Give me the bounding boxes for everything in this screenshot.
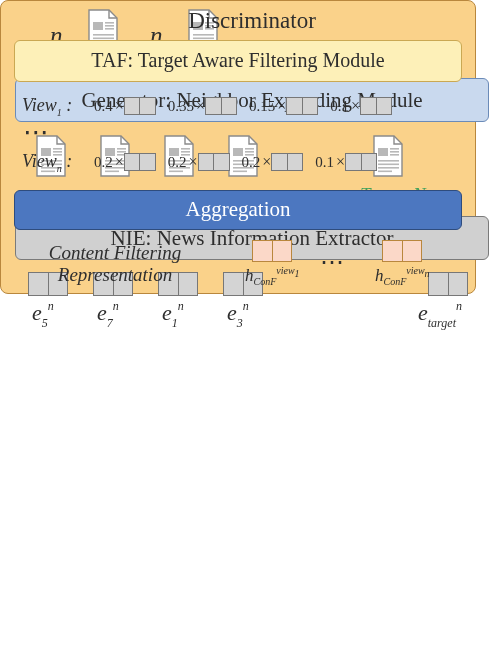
- emb-sm: [124, 153, 156, 171]
- viewn-w2: 0.2: [242, 154, 261, 171]
- emb-sm: [205, 97, 237, 115]
- emb-sm: [286, 97, 318, 115]
- view1-w2: 0.15: [249, 98, 275, 115]
- viewn-w3: 0.1: [315, 154, 334, 171]
- viewn-w1: 0.2: [168, 154, 187, 171]
- view1-w3: 0.1: [330, 98, 349, 115]
- emb-sm: [271, 153, 303, 171]
- taf-module: TAF: Target Aware Filtering Module: [14, 40, 462, 82]
- discriminator-title: Discriminator: [0, 8, 504, 34]
- viewn-w0: 0.2: [94, 154, 113, 171]
- content-filtering-label: Content Filtering Representation: [25, 242, 205, 286]
- taf-label: TAF: Target Aware Filtering Module: [91, 41, 384, 72]
- view1-w0: 0.4: [94, 98, 113, 115]
- view1-label: View1 :: [22, 95, 88, 118]
- embedding-box-peach: [252, 240, 292, 262]
- view-ellipsis: ⋯: [23, 126, 46, 138]
- view-row-n: Viewn : 0.2× 0.2× 0.2× 0.1×: [22, 150, 472, 174]
- aggregation-module: Aggregation: [14, 190, 462, 230]
- cf-output-1-label: hConFview1: [245, 265, 300, 287]
- view1-w1: 0.35: [168, 98, 194, 115]
- label-etarget: etargetn: [418, 300, 462, 329]
- emb-sm: [124, 97, 156, 115]
- label-e1: e1n: [162, 300, 184, 329]
- emb-sm: [345, 153, 377, 171]
- emb-sm: [198, 153, 230, 171]
- diagram-canvas: n5 n7 Generator: Neighbor Expanding Modu…: [0, 0, 504, 650]
- label-e5: e5n: [32, 300, 54, 329]
- emb-sm: [360, 97, 392, 115]
- view-row-1: View1 : 0.4× 0.35× 0.15× 0.1×: [22, 94, 472, 118]
- cf-output-n-label: hConFviewn: [375, 265, 430, 287]
- label-e3: e3n: [227, 300, 249, 329]
- cf-output-n: hConFviewn: [375, 240, 430, 287]
- viewn-label: Viewn :: [22, 151, 88, 174]
- embedding-box-peach: [382, 240, 422, 262]
- cf-output-1: hConFview1: [245, 240, 300, 287]
- embedding-box-target: [428, 272, 468, 296]
- label-e7: e7n: [97, 300, 119, 329]
- aggregation-label: Aggregation: [186, 191, 291, 222]
- cf-ellipsis: ⋯: [320, 248, 344, 276]
